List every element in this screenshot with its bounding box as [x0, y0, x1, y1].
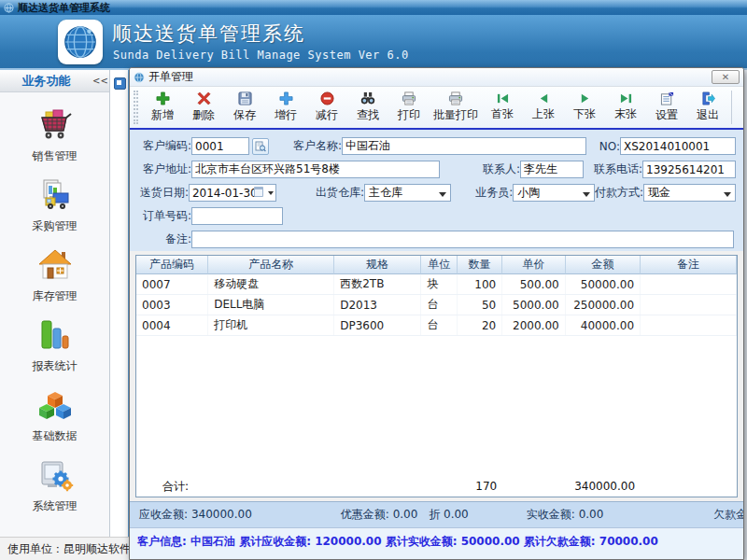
- total-qty: 170: [458, 476, 502, 497]
- customer-info-bar: 客户信息: 中国石油 累计应收金额: 120000.00 累计实收金额: 500…: [130, 527, 743, 559]
- app-statusbar: 使用单位：昆明顺达软件科: [0, 537, 129, 560]
- blocks-icon: [35, 385, 76, 426]
- next-record-button[interactable]: 下张: [564, 89, 605, 126]
- add-row-button[interactable]: 增行: [265, 89, 306, 126]
- cell-amount: 40000.00: [566, 315, 641, 335]
- delete-button[interactable]: 删除: [183, 89, 224, 126]
- payment-label: 付款方式:: [595, 185, 643, 201]
- payment-select[interactable]: 现金: [643, 184, 736, 202]
- cell-unit: 台: [421, 295, 458, 315]
- remark-field[interactable]: [191, 231, 734, 248]
- discount-value: 0.00: [393, 508, 418, 521]
- close-icon[interactable]: ✕: [712, 70, 740, 84]
- statusbar-text: 使用单位：昆明顺达软件科: [7, 541, 129, 557]
- customer-info-text: 客户信息: 中国石油 累计应收金额: 120000.00 累计实收金额: 500…: [137, 534, 658, 550]
- cell-name: 打印机: [208, 315, 334, 335]
- discount-rate-label: 折: [429, 508, 440, 521]
- delivery-date-label: 送货日期:: [135, 185, 189, 201]
- sidebar-item-system[interactable]: 系统管理: [0, 450, 109, 520]
- cell-code: 0004: [136, 315, 208, 335]
- truck-documents-icon: [35, 175, 76, 216]
- floppy-save-icon: [238, 91, 252, 105]
- dropdown-arrow-icon: [583, 192, 590, 197]
- col-header-amount[interactable]: 金额: [566, 256, 641, 274]
- sidebar-title: 业务功能: [0, 73, 92, 90]
- last-icon: [619, 92, 633, 105]
- receivable-label: 应收金额:: [139, 508, 188, 521]
- cell-qty: 20: [458, 315, 502, 335]
- table-header-row: 产品编码 产品名称 规格 单位 数量 单价 金额 备注: [136, 256, 737, 274]
- sidebar-header: 业务功能 <<: [0, 70, 109, 92]
- minus-circle-icon: [320, 91, 334, 105]
- cell-amount: 250000.00: [566, 295, 641, 315]
- bill-no-field[interactable]: [620, 137, 736, 155]
- cell-code: 0003: [136, 295, 208, 315]
- sidebar-item-sales[interactable]: 销售管理: [0, 100, 109, 170]
- settings-form-icon: [660, 91, 674, 105]
- col-header-qty[interactable]: 数量: [458, 256, 502, 274]
- first-icon: [496, 92, 510, 105]
- mdi-tab-icon[interactable]: [114, 77, 126, 90]
- printer-icon: [402, 91, 416, 105]
- toolbar-grip[interactable]: [134, 91, 138, 124]
- printer-icon: [448, 91, 463, 105]
- cell-unit: 台: [421, 315, 458, 335]
- delivery-date-picker[interactable]: [189, 184, 276, 202]
- items-table: 产品编码 产品名称 规格 单位 数量 单价 金额 备注 0007 移动硬盘 西数…: [135, 255, 738, 497]
- remove-row-button[interactable]: 减行: [306, 89, 347, 126]
- new-button[interactable]: 新增: [142, 89, 183, 126]
- table-row[interactable]: 0003 DELL电脑 D2013 台 50 5000.00 250000.00: [136, 295, 737, 315]
- col-header-remark[interactable]: 备注: [641, 256, 737, 274]
- bill-no-label: NO:: [599, 140, 620, 153]
- salesman-select[interactable]: 小陶: [513, 184, 595, 202]
- binoculars-icon: [360, 91, 375, 105]
- sidebar-collapse-button[interactable]: <<: [92, 76, 109, 86]
- sidebar-item-label: 销售管理: [33, 148, 78, 164]
- col-header-price[interactable]: 单价: [502, 256, 566, 274]
- house-icon: [35, 245, 76, 286]
- settings-button[interactable]: 设置: [646, 89, 687, 126]
- phone-field[interactable]: [642, 161, 736, 178]
- salesman-label: 业务员:: [475, 185, 513, 201]
- col-header-spec[interactable]: 规格: [334, 256, 421, 274]
- warehouse-select[interactable]: 主仓库: [364, 184, 451, 202]
- dialog-titlebar: 开单管理 ✕: [130, 68, 743, 87]
- sidebar-item-label: 库存管理: [33, 288, 78, 304]
- calendar-icon: [254, 187, 263, 197]
- table-total-row: 合计: 170 340000.00: [136, 476, 737, 497]
- sidebar-item-inventory[interactable]: 库存管理: [0, 240, 109, 310]
- sidebar-item-purchase[interactable]: 采购管理: [0, 170, 109, 240]
- received-value: 0.00: [579, 508, 604, 521]
- cell-remark: [641, 315, 737, 335]
- order-no-field[interactable]: [191, 207, 283, 225]
- prev-record-button[interactable]: 上张: [523, 89, 564, 126]
- sidebar-item-label: 系统管理: [33, 498, 78, 514]
- contact-field[interactable]: [520, 161, 584, 178]
- batch-print-button[interactable]: 批量打印: [430, 89, 482, 126]
- globe-icon: [4, 3, 14, 13]
- find-button[interactable]: 查找: [347, 89, 388, 126]
- save-button[interactable]: 保存: [224, 89, 265, 126]
- first-record-button[interactable]: 首张: [482, 89, 523, 126]
- cell-remark: [641, 274, 737, 294]
- customer-name-field[interactable]: [342, 137, 586, 155]
- col-header-product-name[interactable]: 产品名称: [208, 256, 334, 274]
- toolbar-separator: [731, 91, 732, 124]
- contact-label: 联系人:: [483, 161, 520, 177]
- table-row[interactable]: 0004 打印机 DP3600 台 20 2000.00 40000.00: [136, 315, 737, 336]
- table-row[interactable]: 0007 移动硬盘 西数2TB 块 100 500.00 50000.00: [136, 274, 737, 295]
- cell-qty: 100: [458, 274, 502, 294]
- last-record-button[interactable]: 末张: [605, 89, 646, 126]
- delete-x-icon: [197, 91, 211, 105]
- sidebar-item-basedata[interactable]: 基础数据: [0, 380, 109, 450]
- bill-form: 客户编码: 客户名称: NO: 客户地址: 联系人: 联系电话: 送货日期:: [130, 130, 743, 251]
- exit-button[interactable]: 退出: [687, 89, 728, 126]
- customer-name-label: 客户名称:: [293, 138, 342, 154]
- col-header-product-code[interactable]: 产品编码: [136, 256, 208, 274]
- sidebar-item-reports[interactable]: 报表统计: [0, 310, 109, 380]
- print-button[interactable]: 打印: [388, 89, 430, 126]
- col-header-unit[interactable]: 单位: [421, 256, 458, 274]
- customer-lookup-button[interactable]: [252, 138, 269, 155]
- customer-address-field[interactable]: [191, 161, 440, 178]
- customer-code-field[interactable]: [191, 137, 249, 155]
